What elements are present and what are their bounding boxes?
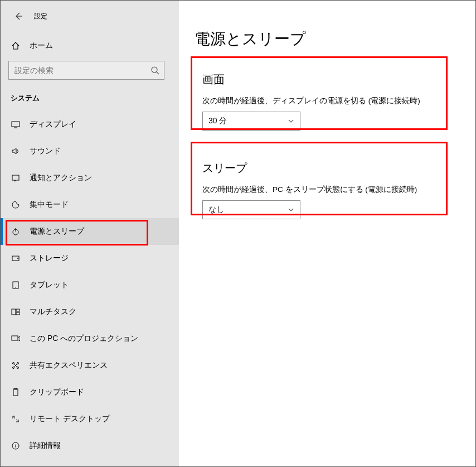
sidebar-item-power[interactable]: 電源とスリープ (1, 218, 179, 245)
svg-rect-11 (12, 336, 18, 340)
projection-icon (11, 334, 21, 344)
focus-icon (11, 200, 21, 210)
svg-point-5 (17, 258, 18, 259)
window-title: 設定 (34, 12, 47, 21)
header: 設定 (1, 6, 179, 34)
sidebar-item-label: マルチタスク (30, 307, 76, 317)
sleep-timeout-value: なし (208, 205, 224, 215)
search-field[interactable] (14, 66, 150, 75)
search-icon (150, 66, 159, 75)
sidebar-item-label: 通知とアクション (30, 173, 92, 183)
sidebar-item-label: クリップボード (30, 387, 84, 397)
info-icon (11, 441, 21, 451)
sidebar-item-notifications[interactable]: 通知とアクション (1, 165, 179, 191)
sleep-timeout-dropdown[interactable]: なし (202, 200, 300, 219)
home-link[interactable]: ホーム (1, 34, 179, 57)
display-icon (11, 119, 21, 129)
category-heading: システム (1, 83, 179, 111)
svg-rect-8 (12, 309, 16, 315)
sidebar-item-label: リモート デスクトップ (30, 414, 110, 424)
page-title: 電源とスリープ (195, 28, 475, 50)
sidebar-item-label: ディスプレイ (30, 119, 76, 129)
screen-timeout-dropdown[interactable]: 30 分 (202, 112, 300, 131)
svg-rect-16 (13, 389, 18, 396)
power-icon (11, 227, 21, 237)
shared-icon (11, 360, 21, 370)
tablet-icon (11, 280, 21, 290)
home-icon (11, 41, 21, 51)
screen-timeout-value: 30 分 (208, 116, 227, 126)
nav-list: ディスプレイ サウンド 通知とアクション 集中モード 電源とスリープ ストレージ… (1, 111, 179, 459)
svg-rect-10 (16, 312, 20, 315)
sidebar-item-label: タブレット (30, 280, 69, 290)
arrow-left-icon (14, 12, 23, 21)
sidebar-item-clipboard[interactable]: クリップボード (1, 379, 179, 406)
screen-label: 次の時間が経過後、ディスプレイの電源を切る (電源に接続時) (202, 96, 443, 106)
sidebar-item-focus[interactable]: 集中モード (1, 191, 179, 218)
sidebar-item-info[interactable]: 詳細情報 (1, 432, 179, 459)
sound-icon (11, 146, 21, 156)
sidebar-item-tablet[interactable]: タブレット (1, 272, 179, 299)
svg-rect-2 (12, 175, 19, 180)
sidebar-item-storage[interactable]: ストレージ (1, 245, 179, 272)
multitask-icon (11, 307, 21, 317)
sidebar-item-display[interactable]: ディスプレイ (1, 111, 179, 138)
sleep-heading: スリープ (202, 161, 443, 176)
sidebar-item-label: 電源とスリープ (30, 227, 84, 237)
screen-heading: 画面 (202, 72, 443, 87)
sidebar-item-remote[interactable]: リモート デスクトップ (1, 406, 179, 432)
chevron-down-icon (288, 206, 294, 213)
svg-rect-9 (16, 309, 20, 311)
main-content: 電源とスリープ 画面 次の時間が経過後、ディスプレイの電源を切る (電源に接続時… (179, 1, 475, 466)
sidebar-item-label: ストレージ (30, 253, 69, 263)
sidebar: 設定 ホーム システム ディスプレイ サウンド 通知とアクション (1, 1, 179, 466)
sidebar-item-label: 詳細情報 (30, 441, 61, 451)
sidebar-item-sound[interactable]: サウンド (1, 138, 179, 165)
sidebar-item-projection[interactable]: この PC へのプロジェクション (1, 325, 179, 352)
storage-icon (11, 253, 21, 263)
search-input[interactable] (8, 61, 164, 80)
notification-icon (11, 173, 21, 183)
sidebar-item-label: 共有エクスペリエンス (30, 360, 108, 370)
sidebar-item-label: 集中モード (30, 200, 69, 210)
sleep-label: 次の時間が経過後、PC をスリープ状態にする (電源に接続時) (202, 185, 443, 195)
svg-rect-1 (12, 122, 20, 127)
sidebar-item-multitask[interactable]: マルチタスク (1, 299, 179, 325)
svg-point-7 (15, 287, 16, 287)
sidebar-item-label: サウンド (30, 146, 61, 156)
back-button[interactable] (11, 8, 26, 24)
clipboard-icon (11, 387, 21, 397)
svg-point-0 (152, 67, 157, 73)
screen-section: 画面 次の時間が経過後、ディスプレイの電源を切る (電源に接続時) 30 分 (195, 66, 451, 143)
home-label: ホーム (30, 41, 53, 51)
sidebar-item-label: この PC へのプロジェクション (30, 334, 138, 344)
sleep-section: スリープ 次の時間が経過後、PC をスリープ状態にする (電源に接続時) なし (195, 155, 451, 232)
remote-icon (11, 414, 21, 424)
sidebar-item-shared[interactable]: 共有エクスペリエンス (1, 352, 179, 379)
chevron-down-icon (288, 118, 294, 124)
